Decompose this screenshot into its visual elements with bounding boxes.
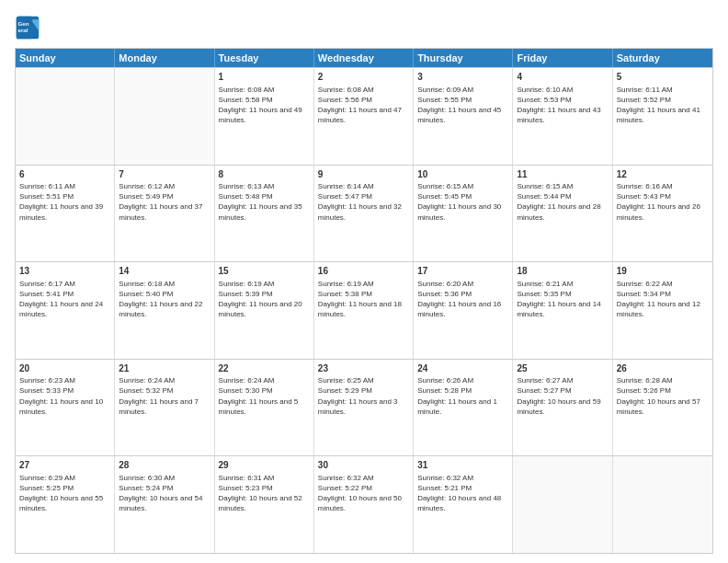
day-info: Sunrise: 6:26 AMSunset: 5:28 PMDaylight:… (417, 375, 508, 417)
calendar-week-5: 27Sunrise: 6:29 AMSunset: 5:25 PMDayligh… (16, 455, 712, 553)
day-header-friday: Friday (513, 49, 612, 67)
table-row: 20Sunrise: 6:23 AMSunset: 5:33 PMDayligh… (16, 360, 115, 456)
day-header-saturday: Saturday (613, 49, 712, 67)
table-row: 14Sunrise: 6:18 AMSunset: 5:40 PMDayligh… (115, 262, 214, 359)
svg-text:eral: eral (18, 27, 28, 33)
day-info: Sunrise: 6:15 AMSunset: 5:45 PMDaylight:… (417, 181, 508, 223)
day-number: 30 (318, 459, 409, 472)
table-row: 16Sunrise: 6:19 AMSunset: 5:38 PMDayligh… (314, 262, 414, 359)
day-info: Sunrise: 6:19 AMSunset: 5:38 PMDaylight:… (318, 279, 409, 320)
table-row: 6Sunrise: 6:11 AMSunset: 5:51 PMDaylight… (16, 166, 115, 262)
table-row: 8Sunrise: 6:13 AMSunset: 5:48 PMDaylight… (215, 166, 314, 262)
day-info: Sunrise: 6:10 AMSunset: 5:53 PMDaylight:… (517, 85, 608, 126)
table-row: 10Sunrise: 6:15 AMSunset: 5:45 PMDayligh… (414, 166, 513, 262)
day-number: 14 (119, 265, 210, 278)
day-header-wednesday: Wednesday (314, 49, 414, 67)
table-row: 24Sunrise: 6:26 AMSunset: 5:28 PMDayligh… (414, 360, 513, 456)
day-info: Sunrise: 6:09 AMSunset: 5:55 PMDaylight:… (417, 85, 508, 126)
day-number: 28 (119, 459, 210, 472)
day-number: 8 (219, 168, 310, 181)
table-row: 2Sunrise: 6:08 AMSunset: 5:56 PMDaylight… (314, 68, 414, 165)
svg-text:Gen: Gen (18, 20, 29, 27)
table-row: 31Sunrise: 6:32 AMSunset: 5:21 PMDayligh… (414, 456, 513, 553)
day-number: 2 (318, 71, 409, 84)
table-row: 21Sunrise: 6:24 AMSunset: 5:32 PMDayligh… (115, 360, 214, 456)
calendar: SundayMondayTuesdayWednesdayThursdayFrid… (15, 48, 713, 554)
day-info: Sunrise: 6:18 AMSunset: 5:40 PMDaylight:… (119, 279, 210, 320)
page: Gen eral SundayMondayTuesdayWednesdayThu… (0, 0, 728, 563)
day-number: 9 (318, 168, 409, 181)
day-info: Sunrise: 6:30 AMSunset: 5:24 PMDaylight:… (119, 473, 210, 514)
day-number: 12 (617, 168, 709, 181)
day-number: 29 (219, 459, 310, 472)
table-row (115, 68, 214, 165)
day-info: Sunrise: 6:29 AMSunset: 5:25 PMDaylight:… (19, 473, 110, 514)
day-info: Sunrise: 6:12 AMSunset: 5:49 PMDaylight:… (119, 181, 210, 223)
table-row: 11Sunrise: 6:15 AMSunset: 5:44 PMDayligh… (513, 166, 612, 262)
day-info: Sunrise: 6:08 AMSunset: 5:58 PMDaylight:… (219, 85, 310, 126)
day-info: Sunrise: 6:24 AMSunset: 5:30 PMDaylight:… (219, 375, 310, 417)
day-info: Sunrise: 6:24 AMSunset: 5:32 PMDaylight:… (119, 375, 210, 417)
day-number: 21 (119, 362, 210, 375)
day-number: 11 (517, 168, 608, 181)
header: Gen eral (15, 15, 713, 40)
table-row: 25Sunrise: 6:27 AMSunset: 5:27 PMDayligh… (513, 360, 612, 456)
day-number: 3 (417, 71, 508, 84)
day-info: Sunrise: 6:32 AMSunset: 5:21 PMDaylight:… (417, 473, 508, 514)
calendar-week-2: 6Sunrise: 6:11 AMSunset: 5:51 PMDaylight… (16, 165, 712, 262)
day-number: 6 (19, 168, 110, 181)
table-row: 1Sunrise: 6:08 AMSunset: 5:58 PMDaylight… (215, 68, 314, 165)
day-number: 15 (219, 265, 310, 278)
table-row: 4Sunrise: 6:10 AMSunset: 5:53 PMDaylight… (513, 68, 612, 165)
table-row: 9Sunrise: 6:14 AMSunset: 5:47 PMDaylight… (314, 166, 414, 262)
day-number: 5 (617, 71, 709, 84)
day-info: Sunrise: 6:32 AMSunset: 5:22 PMDaylight:… (318, 473, 409, 514)
table-row: 7Sunrise: 6:12 AMSunset: 5:49 PMDaylight… (115, 166, 214, 262)
table-row: 30Sunrise: 6:32 AMSunset: 5:22 PMDayligh… (314, 456, 414, 553)
day-number: 23 (318, 362, 409, 375)
table-row: 26Sunrise: 6:28 AMSunset: 5:26 PMDayligh… (613, 360, 712, 456)
table-row: 17Sunrise: 6:20 AMSunset: 5:36 PMDayligh… (414, 262, 513, 359)
table-row: 28Sunrise: 6:30 AMSunset: 5:24 PMDayligh… (115, 456, 214, 553)
day-number: 13 (19, 265, 110, 278)
day-number: 27 (19, 459, 110, 472)
logo-icon: Gen eral (15, 15, 40, 40)
day-info: Sunrise: 6:17 AMSunset: 5:41 PMDaylight:… (19, 279, 110, 320)
day-number: 16 (318, 265, 409, 278)
calendar-week-4: 20Sunrise: 6:23 AMSunset: 5:33 PMDayligh… (16, 359, 712, 456)
day-number: 1 (219, 71, 310, 84)
day-number: 20 (19, 362, 110, 375)
table-row: 22Sunrise: 6:24 AMSunset: 5:30 PMDayligh… (215, 360, 314, 456)
day-number: 24 (417, 362, 508, 375)
day-header-sunday: Sunday (16, 49, 115, 67)
table-row: 3Sunrise: 6:09 AMSunset: 5:55 PMDaylight… (414, 68, 513, 165)
table-row (613, 456, 712, 553)
day-info: Sunrise: 6:22 AMSunset: 5:34 PMDaylight:… (617, 279, 709, 320)
table-row: 18Sunrise: 6:21 AMSunset: 5:35 PMDayligh… (513, 262, 612, 359)
table-row (513, 456, 612, 553)
day-info: Sunrise: 6:31 AMSunset: 5:23 PMDaylight:… (219, 473, 310, 514)
day-info: Sunrise: 6:25 AMSunset: 5:29 PMDaylight:… (318, 375, 409, 417)
day-info: Sunrise: 6:19 AMSunset: 5:39 PMDaylight:… (219, 279, 310, 320)
day-info: Sunrise: 6:13 AMSunset: 5:48 PMDaylight:… (219, 181, 310, 223)
table-row: 13Sunrise: 6:17 AMSunset: 5:41 PMDayligh… (16, 262, 115, 359)
day-header-tuesday: Tuesday (215, 49, 314, 67)
day-info: Sunrise: 6:11 AMSunset: 5:52 PMDaylight:… (617, 85, 709, 126)
day-info: Sunrise: 6:20 AMSunset: 5:36 PMDaylight:… (417, 279, 508, 320)
day-number: 4 (517, 71, 608, 84)
calendar-week-3: 13Sunrise: 6:17 AMSunset: 5:41 PMDayligh… (16, 261, 712, 359)
table-row: 23Sunrise: 6:25 AMSunset: 5:29 PMDayligh… (314, 360, 414, 456)
calendar-header-row: SundayMondayTuesdayWednesdayThursdayFrid… (16, 49, 712, 67)
day-number: 25 (517, 362, 608, 375)
day-header-monday: Monday (115, 49, 214, 67)
day-info: Sunrise: 6:15 AMSunset: 5:44 PMDaylight:… (517, 181, 608, 223)
day-info: Sunrise: 6:14 AMSunset: 5:47 PMDaylight:… (318, 181, 409, 223)
day-number: 22 (219, 362, 310, 375)
day-info: Sunrise: 6:08 AMSunset: 5:56 PMDaylight:… (318, 85, 409, 126)
day-info: Sunrise: 6:11 AMSunset: 5:51 PMDaylight:… (19, 181, 110, 223)
day-info: Sunrise: 6:28 AMSunset: 5:26 PMDaylight:… (617, 375, 709, 417)
table-row: 12Sunrise: 6:16 AMSunset: 5:43 PMDayligh… (613, 166, 712, 262)
day-header-thursday: Thursday (414, 49, 513, 67)
day-info: Sunrise: 6:21 AMSunset: 5:35 PMDaylight:… (517, 279, 608, 320)
day-info: Sunrise: 6:16 AMSunset: 5:43 PMDaylight:… (617, 181, 709, 223)
